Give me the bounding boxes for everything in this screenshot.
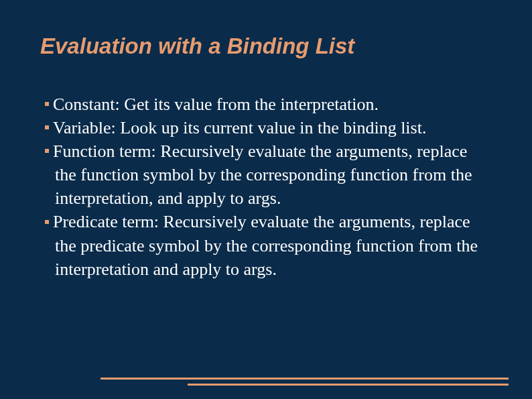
bullet-icon — [45, 125, 49, 129]
bullet-icon — [45, 149, 49, 153]
footer-line-icon — [101, 378, 509, 380]
footer-line-icon — [188, 384, 509, 386]
bullet-text: Constant: Get its value from the interpr… — [53, 95, 379, 114]
bullet-text: Variable: Look up its current value in t… — [53, 118, 426, 137]
list-item: Predicate term: Recursively evaluate the… — [40, 210, 492, 280]
slide-title: Evaluation with a Binding List — [40, 34, 492, 59]
slide: Evaluation with a Binding List Constant:… — [0, 0, 532, 399]
list-item: Variable: Look up its current value in t… — [40, 116, 492, 139]
list-item: Constant: Get its value from the interpr… — [40, 93, 492, 116]
bullet-text: Function term: Recursively evaluate the … — [53, 141, 472, 208]
bullet-text: Predicate term: Recursively evaluate the… — [53, 212, 478, 278]
bullet-icon — [45, 102, 49, 106]
slide-content: Constant: Get its value from the interpr… — [40, 93, 492, 281]
list-item: Function term: Recursively evaluate the … — [40, 139, 492, 210]
bullet-icon — [45, 220, 49, 224]
